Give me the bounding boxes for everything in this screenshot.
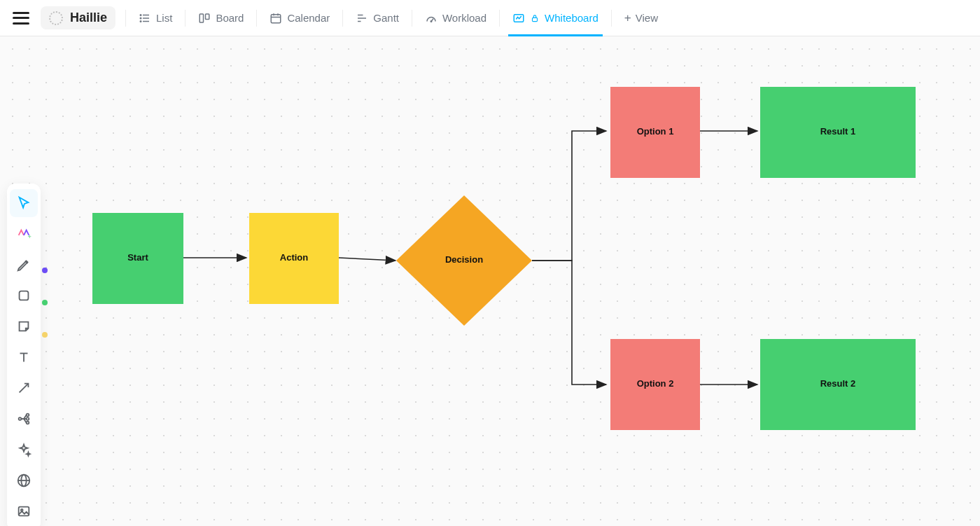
node-option1-label: Option 1 — [637, 126, 674, 137]
edge-action-decision[interactable] — [339, 258, 396, 261]
node-decision[interactable]: Decision — [396, 195, 532, 326]
node-option2[interactable]: Option 2 — [610, 339, 700, 430]
add-view-button[interactable]: + View — [617, 12, 665, 24]
tab-whiteboard-label: Whiteboard — [545, 12, 598, 24]
svg-rect-18 — [533, 18, 538, 21]
tab-calendar[interactable]: Calendar — [262, 0, 337, 36]
svg-rect-8 — [272, 14, 281, 22]
node-result1[interactable]: Result 1 — [760, 87, 916, 178]
node-start-label: Start — [127, 252, 148, 263]
whiteboard-canvas[interactable]: + — [0, 36, 980, 526]
tab-list-label: List — [156, 12, 172, 24]
node-start[interactable]: Start — [92, 213, 183, 304]
board-icon — [198, 12, 211, 25]
gantt-icon — [356, 12, 368, 25]
add-view-label: View — [636, 12, 658, 24]
tab-list[interactable]: List — [132, 0, 179, 36]
svg-point-5 — [140, 20, 141, 22]
tab-gantt[interactable]: Gantt — [349, 0, 406, 36]
svg-point-4 — [140, 18, 141, 19]
node-decision-label: Decision — [445, 254, 483, 265]
node-option2-label: Option 2 — [637, 378, 674, 389]
workload-icon — [425, 12, 438, 25]
node-action-label: Action — [280, 252, 309, 263]
calendar-icon — [270, 12, 282, 25]
node-result2[interactable]: Result 2 — [760, 339, 916, 430]
project-chip[interactable]: Haillie — [41, 6, 115, 29]
svg-rect-6 — [200, 14, 204, 22]
top-bar: Haillie List Board Calendar Gantt Worklo… — [0, 0, 980, 36]
node-option1[interactable]: Option 1 — [610, 87, 700, 178]
tab-gantt-label: Gantt — [373, 12, 399, 24]
whiteboard-icon — [512, 12, 525, 25]
list-icon — [139, 12, 151, 25]
edge-decision-option1[interactable] — [532, 131, 606, 261]
menu-toggle-button[interactable] — [13, 12, 29, 25]
node-result1-label: Result 1 — [820, 126, 856, 137]
svg-rect-7 — [206, 14, 209, 20]
view-tabs: List Board Calendar Gantt Workload White… — [120, 0, 665, 36]
tab-board-label: Board — [216, 12, 244, 24]
node-result2-label: Result 2 — [820, 378, 856, 389]
node-action[interactable]: Action — [249, 213, 339, 304]
project-name: Haillie — [70, 11, 107, 25]
plus-icon: + — [624, 12, 631, 24]
edge-decision-option2[interactable] — [532, 261, 606, 385]
flowchart-svg: Start Action Decision Option 1 Option 2 … — [0, 36, 980, 526]
svg-point-3 — [140, 14, 141, 15]
svg-line-16 — [431, 18, 433, 21]
project-status-icon — [49, 11, 63, 25]
tab-whiteboard[interactable]: Whiteboard — [505, 0, 606, 36]
tab-board[interactable]: Board — [191, 0, 251, 36]
lock-icon — [530, 13, 540, 23]
tab-workload-label: Workload — [442, 12, 486, 24]
tab-workload[interactable]: Workload — [418, 0, 493, 36]
tab-calendar-label: Calendar — [287, 12, 330, 24]
